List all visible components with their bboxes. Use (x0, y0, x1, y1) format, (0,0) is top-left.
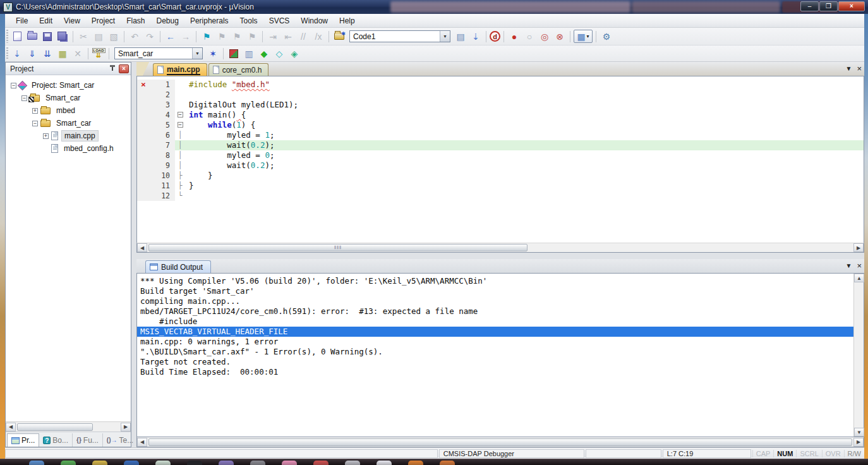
plus-expander-icon[interactable]: + (32, 108, 38, 114)
menu-file[interactable]: File (10, 15, 33, 27)
navigate-back-button[interactable]: ← (164, 30, 178, 43)
minimize-button[interactable]: – (800, 1, 819, 11)
fold-column[interactable]: − (175, 120, 185, 130)
save-all-button[interactable] (56, 30, 69, 43)
build-output-console[interactable]: *** Using Compiler 'V5.06 (build 20)', f… (137, 274, 853, 437)
taskbar-app-icon[interactable] (29, 461, 44, 465)
scrollbar-thumb[interactable]: ⦀⦀⦀ (148, 244, 527, 251)
next-bookmark-button[interactable]: ⚑ (230, 30, 244, 43)
code-line-9[interactable]: 9│ wait(0.2); (137, 160, 864, 171)
build-output-line-7[interactable]: main.cpp: 0 warnings, 1 error (137, 337, 853, 347)
fold-column[interactable]: − (175, 110, 185, 120)
close-document-icon[interactable]: × (857, 64, 862, 73)
tab-list-dropdown-icon[interactable]: ▼ (846, 65, 852, 72)
insert-breakpoint-button[interactable]: ● (507, 30, 521, 43)
scroll-right-icon[interactable]: ▶ (853, 438, 864, 447)
unindent-button[interactable]: ⇤ (281, 30, 295, 43)
build-output-line-8[interactable]: ".\BUILD\Smart_car.axf" - 1 Error(s), 0 … (137, 347, 853, 357)
fold-column[interactable]: ├ (175, 171, 185, 181)
tab-list-dropdown-icon[interactable]: ▼ (846, 262, 852, 269)
minus-expander-icon[interactable]: − (21, 95, 27, 101)
taskbar-app-icon[interactable] (345, 461, 360, 465)
manage-projects-button[interactable]: ▥ (242, 47, 256, 60)
close-panel-icon[interactable]: × (857, 261, 862, 270)
copy-button[interactable]: ▤ (92, 30, 105, 43)
kill-all-breakpoints-button[interactable]: ⊗ (553, 30, 567, 43)
scroll-down-icon[interactable]: ▼ (854, 428, 864, 437)
fold-column[interactable]: └ (175, 191, 185, 201)
combo-dropdown-icon[interactable]: ▼ (192, 48, 202, 59)
scroll-right-icon[interactable]: ▶ (853, 243, 864, 252)
code-line-8[interactable]: 8│ myled = 0; (137, 150, 864, 160)
fold-column[interactable]: │ (175, 150, 185, 160)
prev-bookmark-button[interactable]: ⚑ (215, 30, 229, 43)
paste-button[interactable]: ▧ (107, 30, 121, 43)
code-line-5[interactable]: 5− while(1) { (137, 120, 864, 130)
comment-button[interactable]: // (296, 30, 310, 43)
combo-dropdown-icon[interactable]: ▼ (440, 31, 450, 42)
redo-button[interactable]: ↷ (143, 30, 157, 43)
code-line-11[interactable]: 11├} (137, 181, 864, 191)
translate-button[interactable]: ⇣ (10, 47, 24, 60)
window-layout-button[interactable]: ▦▾ (574, 30, 593, 43)
taskbar-app-icon[interactable] (377, 461, 392, 465)
menu-peripherals[interactable]: Peripherals (184, 15, 234, 27)
toggle-bookmark-button[interactable]: ⚑ (200, 30, 214, 43)
code-line-6[interactable]: 6│ myled = 1; (137, 130, 864, 140)
toolbar-grip[interactable] (6, 47, 8, 59)
fold-column[interactable]: ├ (175, 181, 185, 191)
fold-column[interactable]: │ (175, 130, 185, 140)
configure-wrench-button[interactable]: ⚙ (600, 30, 613, 43)
manage-rte-button[interactable] (227, 47, 241, 60)
plus-expander-icon[interactable]: + (43, 133, 49, 139)
taskbar-app-icon[interactable] (124, 461, 139, 465)
build-button[interactable]: ⇓ (25, 47, 39, 60)
scroll-left-icon[interactable]: ◀ (137, 243, 147, 252)
fold-collapse-icon[interactable]: − (178, 122, 183, 128)
code-editor[interactable]: ×1#include "mbed.h"23DigitalOut myled(LE… (136, 76, 864, 243)
fold-column[interactable] (175, 100, 185, 110)
tab-core_cm0-h[interactable]: core_cm0.h (208, 63, 269, 76)
code-line-10[interactable]: 10├ } (137, 171, 864, 181)
pack-installer-button[interactable]: ◈ (287, 47, 301, 60)
new-file-button[interactable] (10, 30, 24, 43)
tab-build-output[interactable]: Build Output (145, 260, 211, 273)
code-line-7[interactable]: 7│ wait(0.2); (137, 140, 864, 150)
find-in-files-button[interactable] (332, 30, 346, 43)
taskbar-app-icon[interactable] (250, 461, 265, 465)
search-text-combo[interactable]: Code1▼ (349, 30, 450, 42)
tree-item-smart-car[interactable]: −Smart_car (6, 92, 131, 104)
build-output-line-6[interactable]: MSIS_VECTAB_VIRTUAL_HEADER_FILE (137, 327, 853, 337)
fold-column[interactable]: │ (175, 140, 185, 150)
panel-tab-bo[interactable]: ?Bo... (39, 433, 73, 447)
navigate-forward-button[interactable]: → (179, 30, 193, 43)
menu-edit[interactable]: Edit (33, 15, 58, 27)
windows-taskbar[interactable] (0, 459, 868, 465)
target-select-combo[interactable]: Smart_car▼ (114, 47, 203, 59)
indent-button[interactable]: ⇥ (266, 30, 280, 43)
pin-icon[interactable] (108, 64, 117, 73)
disable-all-breakpoints-button[interactable]: ◎ (538, 30, 552, 43)
scrollbar-thumb[interactable] (148, 438, 852, 446)
build-output-line-2[interactable]: Build target 'Smart_car' (137, 286, 853, 296)
taskbar-app-icon[interactable] (440, 461, 455, 465)
download-button[interactable]: LOAD⇊ (92, 47, 105, 60)
taskbar-app-icon[interactable] (155, 461, 171, 465)
build-output-line-3[interactable]: compiling main.cpp... (137, 296, 853, 306)
menu-view[interactable]: View (58, 15, 86, 27)
taskbar-app-icon[interactable] (61, 461, 76, 465)
scroll-left-icon[interactable]: ◀ (6, 423, 16, 432)
fold-column[interactable] (175, 90, 185, 100)
tree-item-main-cpp[interactable]: +main.cpp (6, 130, 131, 142)
tree-item-mbed[interactable]: +mbed (6, 104, 131, 117)
panel-tab-fu[interactable]: {}Fu... (73, 433, 103, 447)
save-button[interactable] (40, 30, 54, 43)
taskbar-app-icon[interactable] (282, 461, 297, 465)
cut-button[interactable]: ✂ (76, 30, 90, 43)
build-output-line-9[interactable]: Target not created. (137, 357, 853, 367)
project-hscrollbar[interactable]: ◀ ▶ (6, 421, 131, 432)
project-panel-close-icon[interactable]: × (119, 64, 129, 73)
menu-debug[interactable]: Debug (151, 15, 184, 27)
incremental-find-button[interactable]: ⇣ (469, 30, 483, 43)
toolbar-grip[interactable] (6, 30, 8, 43)
